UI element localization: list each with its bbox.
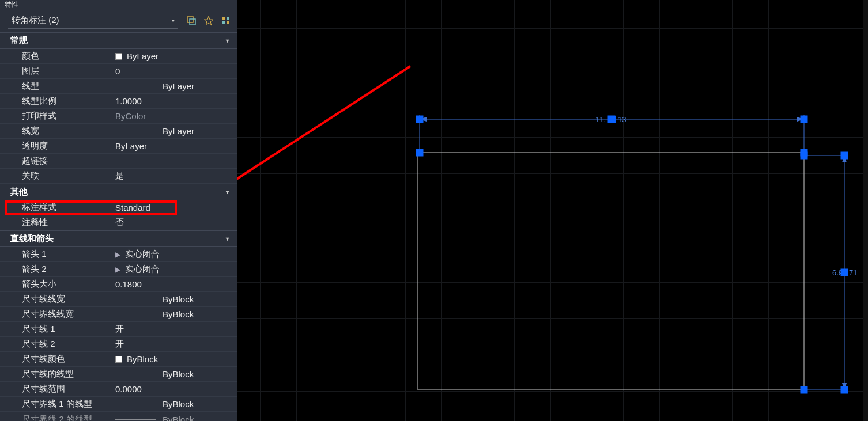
chevron-down-icon: ▾ [172,17,175,24]
property-row[interactable]: 标注样式Standard [0,200,237,215]
toggle-pim-icon[interactable] [185,14,198,27]
property-label: 关联 [0,170,113,181]
property-value[interactable]: ByLayer [113,126,237,136]
property-row[interactable]: 尺寸线线宽ByBlock [0,292,237,307]
property-row[interactable]: 尺寸界线 2 的线型ByBlock [0,412,237,421]
property-row[interactable]: 尺寸界线线宽ByBlock [0,307,237,322]
property-row[interactable]: 箭头大小0.1800 [0,277,237,292]
drawing-svg: 11. 13 6.9 71 [237,0,868,421]
property-value[interactable]: ByLayer [113,141,237,151]
object-type-dropdown[interactable]: 转角标注 (2) ▾ [8,13,178,29]
linetype-sample-icon [115,404,156,404]
property-value[interactable]: ▶实心闭合 [113,249,237,260]
svg-line-16 [237,66,410,208]
property-value[interactable]: 开 [113,339,237,350]
property-value-text: ByLayer [115,141,147,151]
property-row[interactable]: 透明度ByLayer [0,139,237,154]
grips [416,116,848,393]
property-row[interactable]: 尺寸线 1开 [0,322,237,337]
property-value-text: ByBlock [163,399,194,409]
grip-handle[interactable] [841,152,848,159]
property-row[interactable]: 尺寸线颜色ByBlock [0,352,237,367]
grip-handle[interactable] [801,116,807,123]
property-value[interactable]: 是 [113,170,237,181]
property-value[interactable]: ByLayer [113,81,237,91]
section-title: 其他 [10,187,28,198]
property-label: 尺寸线 1 [0,324,113,335]
property-row[interactable]: 超链接 [0,154,237,169]
property-label: 超链接 [0,155,113,166]
grip-handle[interactable] [841,386,848,393]
grip-handle[interactable] [416,149,423,156]
property-row[interactable]: 尺寸线的线型ByBlock [0,367,237,382]
property-row[interactable]: 注释性否 [0,215,237,230]
property-label: 打印样式 [0,111,113,122]
vertical-scrollbar[interactable] [863,0,868,421]
grip-handle[interactable] [841,269,848,276]
property-row[interactable]: 颜色ByLayer [0,49,237,64]
property-value-text: ByBlock [163,309,194,319]
property-value[interactable]: ByBlock [113,415,237,422]
grip-handle[interactable] [608,116,615,123]
svg-rect-3 [222,21,225,24]
vertical-dimension[interactable]: 6.9 71 [804,155,857,390]
property-value[interactable]: 0 [113,66,237,76]
grip-handle[interactable] [801,152,807,159]
property-value[interactable]: ▶实心闭合 [113,264,237,275]
object-type-label: 转角标注 (2) [12,15,59,26]
section-header-lines[interactable]: 直线和箭头▾ [0,230,237,247]
section-header-misc[interactable]: 其他▾ [0,184,237,200]
annotation-arrow [237,66,410,215]
property-value[interactable]: 否 [113,217,237,228]
property-row[interactable]: 箭头 2▶实心闭合 [0,262,237,277]
property-row[interactable]: 尺寸线范围0.0000 [0,382,237,397]
property-value[interactable]: ByBlock [113,309,237,319]
quick-select-icon[interactable] [202,14,215,27]
property-value[interactable]: ByLayer [113,51,237,61]
svg-rect-5 [227,21,229,24]
property-value[interactable]: 开 [113,324,237,335]
property-row[interactable]: 箭头 1▶实心闭合 [0,247,237,262]
property-value[interactable]: 0.0000 [113,384,237,394]
property-value-text: 0.1800 [115,279,142,289]
property-row[interactable]: 线型ByLayer [0,79,237,94]
object-selector-row: 转角标注 (2) ▾ [0,9,237,32]
section-title: 直线和箭头 [10,233,54,244]
arrowhead-icon: ▶ [115,266,120,274]
property-value[interactable]: ByBlock [113,294,237,304]
property-value[interactable]: ByColor [113,111,237,121]
property-value-text: 0 [115,66,120,76]
property-value[interactable]: ByBlock [113,399,237,409]
property-value[interactable]: Standard [113,203,237,213]
property-row[interactable]: 尺寸线 2开 [0,337,237,352]
property-label: 线型比例 [0,96,113,107]
property-value[interactable]: ByBlock [113,369,237,379]
property-row[interactable]: 打印样式ByColor [0,109,237,124]
property-label: 线型 [0,81,113,92]
property-value[interactable]: ByBlock [113,354,237,364]
quick-calc-icon[interactable] [220,14,232,27]
property-row[interactable]: 线型比例1.0000 [0,94,237,109]
property-label: 尺寸界线 2 的线型 [0,414,113,422]
property-row[interactable]: 图层0 [0,64,237,79]
property-value[interactable]: 1.0000 [113,96,237,106]
property-row[interactable]: 线宽ByLayer [0,124,237,139]
grip-handle[interactable] [416,116,423,123]
svg-rect-4 [227,17,229,20]
property-value-text: 实心闭合 [125,249,160,260]
drawing-canvas[interactable]: 11. 13 6.9 71 [237,0,868,421]
property-value[interactable]: 0.1800 [113,279,237,289]
property-label: 箭头 1 [0,249,113,260]
properties-rows: 常规▾颜色ByLayer图层0线型ByLayer线型比例1.0000打印样式By… [0,32,237,421]
property-row[interactable]: 尺寸界线 1 的线型ByBlock [0,397,237,412]
linetype-sample-icon [115,131,156,131]
property-value-text: ByLayer [163,81,194,91]
grip-handle[interactable] [801,386,807,393]
section-header-general[interactable]: 常规▾ [0,32,237,49]
property-label: 注释性 [0,217,113,228]
property-row[interactable]: 关联是 [0,169,237,184]
rectangle-object[interactable] [418,153,804,390]
dim-v-text2: 71 [849,268,857,277]
linetype-sample-icon [115,314,156,314]
property-label: 箭头 2 [0,264,113,275]
